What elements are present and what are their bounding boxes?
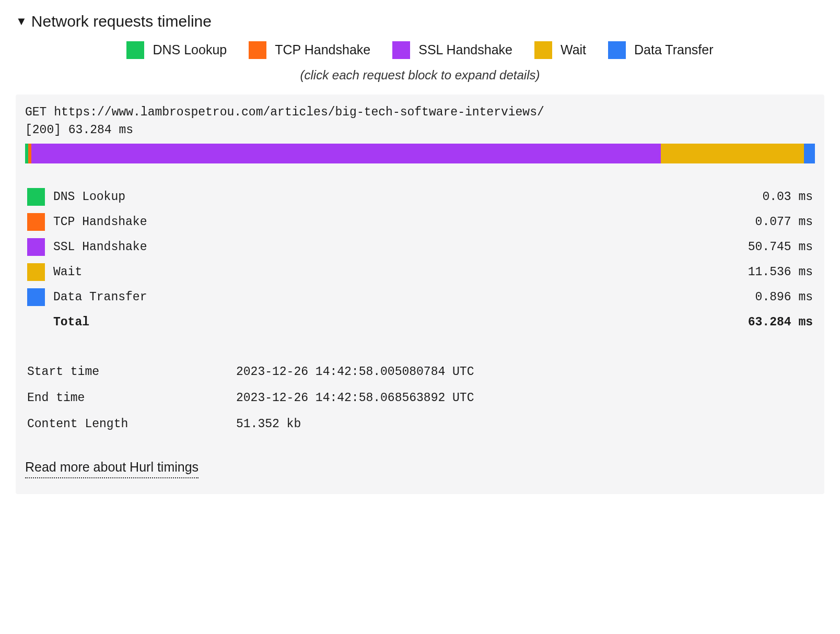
timing-row-data: Data Transfer 0.896 ms xyxy=(27,285,813,310)
data-swatch-icon xyxy=(27,288,45,306)
timing-label: DNS Lookup xyxy=(53,189,125,205)
bar-segment-wait[interactable] xyxy=(661,144,804,163)
legend-item-wait: Wait xyxy=(534,41,586,59)
timings-table: DNS Lookup 0.03 ms TCP Handshake 0.077 m… xyxy=(25,184,815,335)
tcp-swatch-icon xyxy=(249,41,266,59)
tcp-swatch-icon xyxy=(27,213,45,231)
timing-row-dns: DNS Lookup 0.03 ms xyxy=(27,184,813,209)
legend-item-tcp: TCP Handshake xyxy=(249,41,370,59)
legend-label: Data Transfer xyxy=(634,41,713,59)
meta-key: Content Length xyxy=(27,416,236,432)
timing-value: 11.536 ms xyxy=(748,264,813,280)
section-title: Network requests timeline xyxy=(31,10,212,32)
wait-swatch-icon xyxy=(534,41,552,59)
meta-row-start: Start time 2023-12-26 14:42:58.005080784… xyxy=(27,359,813,385)
meta-value: 2023-12-26 14:42:58.068563892 UTC xyxy=(236,390,474,406)
timing-row-wait: Wait 11.536 ms xyxy=(27,260,813,285)
timing-label: TCP Handshake xyxy=(53,214,147,230)
request-line: GET https://www.lambrospetrou.com/articl… xyxy=(25,104,815,121)
request-panel: GET https://www.lambrospetrou.com/articl… xyxy=(16,95,824,494)
data-swatch-icon xyxy=(608,41,626,59)
hint-text: (click each request block to expand deta… xyxy=(16,66,824,84)
section-toggle[interactable]: ▼ Network requests timeline xyxy=(16,10,824,32)
bar-segment-data[interactable] xyxy=(804,144,815,163)
legend-item-ssl: SSL Handshake xyxy=(392,41,512,59)
ssl-swatch-icon xyxy=(27,238,45,256)
ssl-swatch-icon xyxy=(392,41,410,59)
meta-table: Start time 2023-12-26 14:42:58.005080784… xyxy=(25,359,815,437)
timeline-bar[interactable] xyxy=(25,144,815,163)
meta-value: 2023-12-26 14:42:58.005080784 UTC xyxy=(236,363,474,380)
legend-item-data: Data Transfer xyxy=(608,41,713,59)
timing-value: 0.03 ms xyxy=(762,189,813,205)
total-label: Total xyxy=(53,314,89,331)
status-line: [200] 63.284 ms xyxy=(25,122,815,138)
timing-row-tcp: TCP Handshake 0.077 ms xyxy=(27,209,813,234)
meta-row-length: Content Length 51.352 kb xyxy=(27,411,813,437)
legend-label: DNS Lookup xyxy=(153,41,227,59)
timing-value: 0.077 ms xyxy=(755,214,813,230)
legend-item-dns: DNS Lookup xyxy=(126,41,227,59)
meta-key: End time xyxy=(27,390,236,406)
legend-label: Wait xyxy=(561,41,586,59)
legend-label: TCP Handshake xyxy=(275,41,370,59)
total-value: 63.284 ms xyxy=(748,314,813,331)
read-more-link[interactable]: Read more about Hurl timings xyxy=(25,458,199,478)
timing-label: SSL Handshake xyxy=(53,239,147,255)
dns-swatch-icon xyxy=(126,41,144,59)
timing-row-total: Total 63.284 ms xyxy=(27,310,813,335)
timing-value: 50.745 ms xyxy=(748,239,813,255)
meta-value: 51.352 kb xyxy=(236,416,301,432)
timing-label: Data Transfer xyxy=(53,289,147,306)
timing-label: Wait xyxy=(53,264,82,280)
meta-key: Start time xyxy=(27,363,236,380)
chevron-down-icon: ▼ xyxy=(16,14,27,30)
meta-row-end: End time 2023-12-26 14:42:58.068563892 U… xyxy=(27,385,813,411)
timing-value: 0.896 ms xyxy=(755,289,813,306)
dns-swatch-icon xyxy=(27,188,45,206)
timing-row-ssl: SSL Handshake 50.745 ms xyxy=(27,234,813,260)
wait-swatch-icon xyxy=(27,263,45,281)
bar-segment-ssl[interactable] xyxy=(31,144,661,163)
legend-label: SSL Handshake xyxy=(418,41,512,59)
legend: DNS Lookup TCP Handshake SSL Handshake W… xyxy=(16,41,824,59)
